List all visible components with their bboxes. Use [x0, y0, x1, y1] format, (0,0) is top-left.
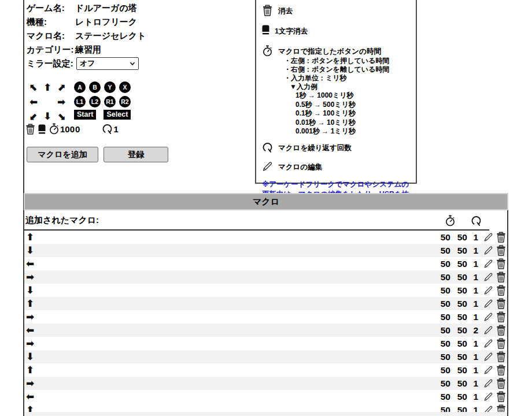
help-panel: 消去 1文字消去 マクロで指定したボタンの時間 ・左側：ボタンを押している時間・… — [255, 0, 417, 184]
button-l2[interactable]: L2 — [89, 96, 101, 107]
edit-macro-icon[interactable] — [483, 365, 493, 376]
edit-macro-icon[interactable] — [483, 311, 493, 322]
edit-macro-icon[interactable] — [483, 272, 493, 283]
delete-macro-icon[interactable] — [496, 338, 506, 349]
repeat-count-value: 1 — [470, 365, 478, 376]
direction-arrow-right: ➡ — [26, 271, 41, 283]
mirror-setting-select[interactable]: オフ — [76, 57, 139, 70]
repeat-count-value: 1 — [470, 312, 478, 322]
direction-arrow-left: ⬅ — [26, 324, 41, 336]
edit-macro-icon[interactable] — [483, 298, 493, 309]
delete-macro-icon[interactable] — [496, 232, 506, 243]
dpad-left-arrow[interactable]: ⬅ — [27, 95, 40, 109]
edit-macro-icon[interactable] — [483, 232, 493, 243]
press-time-value: 50 — [437, 232, 450, 243]
macro-row: ⬇ 50 50 1 — [24, 244, 507, 257]
field-value: レトロフリーク — [75, 17, 137, 28]
added-macros-header: 追加されたマクロ: — [24, 211, 507, 229]
delete-macro-icon[interactable] — [496, 272, 506, 283]
dpad-right-arrow[interactable]: ➡ — [54, 95, 68, 109]
edit-macro-icon[interactable] — [483, 258, 493, 269]
delete-macro-icon[interactable] — [496, 325, 506, 336]
dpad-up-right-arrow[interactable]: ⬈ — [54, 80, 68, 95]
release-time-field[interactable]: 0 — [75, 124, 80, 134]
direction-arrow-left: ⬅ — [26, 258, 41, 270]
help-repeat-label: マクロを繰り返す回数 — [278, 142, 352, 153]
button-a[interactable]: A — [74, 81, 86, 93]
dpad-cluster: ⬉⬆⬈⬅➡⬋⬇⬊ — [27, 80, 68, 124]
release-time-value: 50 — [453, 246, 467, 256]
add-macro-button[interactable]: マクロを追加 — [27, 147, 98, 162]
macro-input-controls: 100 0 1 — [25, 123, 119, 135]
erase-one-icon[interactable] — [38, 124, 46, 134]
delete-macro-icon[interactable] — [496, 245, 506, 256]
direction-arrow-right: ➡ — [26, 337, 41, 350]
edit-macro-icon[interactable] — [483, 391, 493, 402]
repeat-count-value: 1 — [470, 232, 478, 243]
start-button[interactable]: Start — [74, 110, 96, 120]
help-erase: 消去 — [262, 5, 410, 16]
button-b[interactable]: B — [89, 81, 101, 93]
direction-arrow-up: ⬆ — [26, 231, 41, 243]
button-r2[interactable]: R2 — [119, 96, 131, 107]
dpad-down-right-arrow[interactable]: ⬊ — [54, 109, 68, 124]
help-example-lines: 1秒 → 1000ミリ秒0.5秒 → 500ミリ秒0.1秒 → 100ミリ秒0.… — [278, 91, 389, 136]
mirror-setting-label: ミラー設定: — [27, 58, 75, 69]
macro-row: ➡ 50 50 1 — [24, 270, 507, 284]
delete-macro-icon[interactable] — [496, 365, 506, 376]
macro-row: ⬆ 50 50 1 — [24, 363, 507, 377]
loop-icon — [102, 123, 113, 135]
direction-arrow-up: ⬆ — [26, 298, 41, 310]
help-example-line: 1秒 → 1000ミリ秒 — [295, 91, 389, 101]
repeat-count-value: 1 — [470, 378, 478, 389]
edit-macro-icon[interactable] — [483, 338, 493, 349]
help-timing-title: マクロで指定したボタンの時間 — [278, 45, 389, 57]
dpad-down-arrow[interactable]: ⬇ — [40, 109, 54, 124]
delete-macro-icon[interactable] — [496, 378, 506, 389]
direction-arrow-left: ⬅ — [26, 391, 41, 403]
delete-macro-icon[interactable] — [496, 351, 506, 362]
release-time-value: 50 — [453, 325, 467, 336]
release-time-value: 50 — [453, 259, 467, 269]
edit-macro-icon[interactable] — [483, 351, 493, 362]
release-time-value: 50 — [453, 378, 467, 389]
repeat-count-field[interactable]: 1 — [113, 124, 118, 134]
mirror-setting-row: ミラー設定: オフ — [27, 57, 146, 70]
loop-icon — [262, 142, 273, 153]
button-l1[interactable]: L1 — [74, 96, 86, 107]
delete-macro-icon[interactable] — [496, 285, 506, 296]
delete-macro-icon[interactable] — [496, 391, 506, 402]
field-value: ドルアーガの塔 — [75, 3, 137, 14]
select-button[interactable]: Select — [104, 110, 131, 120]
start-select-row: Start Select — [74, 110, 134, 120]
help-erase-one: 1文字消去 — [262, 25, 410, 36]
button-y[interactable]: Y — [104, 81, 116, 93]
dpad-up-arrow[interactable]: ⬆ — [40, 80, 54, 95]
repeat-count-value: 1 — [470, 339, 478, 349]
clear-all-icon[interactable] — [25, 124, 35, 135]
press-time-field[interactable]: 100 — [60, 124, 75, 134]
edit-macro-icon[interactable] — [483, 245, 493, 256]
macro-row: ⬅ 50 50 2 — [24, 324, 507, 337]
help-edit: マクロの編集 — [262, 161, 410, 172]
edit-macro-icon[interactable] — [483, 325, 493, 336]
repeat-count-value: 1 — [470, 259, 478, 269]
help-example-line: 0.1秒 → 100ミリ秒 — [295, 109, 389, 118]
delete-macro-icon[interactable] — [496, 311, 506, 322]
dpad-up-left-arrow[interactable]: ⬉ — [27, 80, 40, 95]
delete-macro-icon[interactable] — [496, 298, 506, 309]
edit-macro-icon[interactable] — [483, 285, 493, 296]
press-time-value: 50 — [437, 325, 450, 336]
gamepad-cluster: ⬉⬆⬈⬅➡⬋⬇⬊ ABYXL1L2R1R2 Start Select — [27, 80, 134, 124]
edit-macro-icon[interactable] — [483, 378, 493, 389]
button-x[interactable]: X — [119, 81, 131, 93]
direction-arrow-down: ⬇ — [26, 244, 41, 257]
dpad-down-left-arrow[interactable]: ⬋ — [27, 109, 40, 124]
direction-arrow-down: ⬇ — [26, 351, 41, 363]
delete-macro-icon[interactable] — [496, 258, 506, 269]
button-r1[interactable]: R1 — [104, 96, 116, 107]
register-button[interactable]: 登録 — [104, 147, 168, 162]
loop-icon — [471, 215, 482, 226]
macro-row: ⬆ 50 50 1 — [24, 297, 507, 310]
list-right-border — [507, 193, 508, 416]
